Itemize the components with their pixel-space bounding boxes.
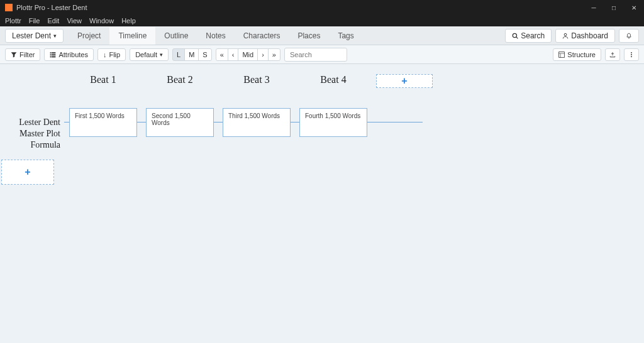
attributes-button[interactable]: Attributes xyxy=(44,48,93,61)
beat-header-1[interactable]: Beat 1 xyxy=(69,74,137,88)
nav-next[interactable]: › xyxy=(257,48,269,61)
zoom-large[interactable]: L xyxy=(172,48,185,61)
export-icon xyxy=(609,52,616,58)
scene-card-4[interactable]: Fourth 1,500 Words xyxy=(299,108,367,137)
attributes-label: Attributes xyxy=(58,51,87,58)
user-icon xyxy=(562,33,569,39)
nav-group: « ‹ Mid › » xyxy=(216,48,280,61)
tab-outline[interactable]: Outline xyxy=(155,27,197,45)
beat-header-4[interactable]: Beat 4 xyxy=(299,74,367,88)
top-nav: Lester Dent Project Timeline Outline Not… xyxy=(0,26,644,45)
flip-label: Flip xyxy=(109,51,120,58)
svg-rect-3 xyxy=(50,52,52,53)
toolbar: Filter Attributes ↓ Flip Default L M S «… xyxy=(0,45,644,64)
cards-row: First 1,500 Words Second 1,500 Words Thi… xyxy=(69,108,367,137)
svg-rect-6 xyxy=(52,54,56,55)
dashboard-label: Dashboard xyxy=(571,31,608,40)
menu-window[interactable]: Window xyxy=(89,17,114,24)
filter-label: Filter xyxy=(19,51,35,58)
nav-tabs: Project Timeline Outline Notes Character… xyxy=(69,27,363,45)
nav-first[interactable]: « xyxy=(216,48,228,61)
project-dropdown-label: Lester Dent xyxy=(12,31,51,40)
svg-point-13 xyxy=(631,54,632,55)
flip-icon: ↓ xyxy=(103,51,107,58)
structure-label: Structure xyxy=(567,51,596,58)
timeline-search-input[interactable] xyxy=(284,48,347,62)
svg-line-1 xyxy=(516,36,518,38)
view-default-label: Default xyxy=(135,51,157,58)
filter-button[interactable]: Filter xyxy=(5,48,40,61)
project-dropdown[interactable]: Lester Dent xyxy=(5,29,64,43)
menu-edit[interactable]: Edit xyxy=(47,17,59,24)
svg-rect-9 xyxy=(559,52,565,57)
plotline-label[interactable]: Lester Dent Master Plot Formula xyxy=(0,117,64,151)
beat-headers: Beat 1 Beat 2 Beat 3 Beat 4 + xyxy=(69,74,433,88)
menu-bar: Plottr File Edit View Window Help xyxy=(0,15,644,26)
zoom-small[interactable]: S xyxy=(198,48,211,61)
filter-icon xyxy=(11,52,17,58)
tab-notes[interactable]: Notes xyxy=(197,27,234,45)
svg-point-14 xyxy=(631,56,632,57)
bell-icon xyxy=(626,33,632,39)
scene-card-1[interactable]: First 1,500 Words xyxy=(69,108,137,137)
app-logo xyxy=(5,4,13,11)
svg-point-0 xyxy=(513,33,517,37)
flip-button[interactable]: ↓ Flip xyxy=(97,48,126,61)
view-default-dropdown[interactable]: Default xyxy=(130,48,169,61)
window-controls: ─ □ ✕ xyxy=(584,0,644,15)
beat-header-3[interactable]: Beat 3 xyxy=(223,74,291,88)
svg-rect-5 xyxy=(50,54,52,55)
more-button[interactable] xyxy=(624,48,639,61)
timeline-canvas[interactable]: Beat 1 Beat 2 Beat 3 Beat 4 + Lester Den… xyxy=(0,64,644,343)
list-icon xyxy=(50,52,56,58)
minimize-button[interactable]: ─ xyxy=(584,0,604,15)
window-title: Plottr Pro - Lester Dent xyxy=(16,4,87,11)
export-button[interactable] xyxy=(605,48,620,61)
dashboard-button[interactable]: Dashboard xyxy=(555,29,615,43)
global-search-button[interactable]: Search xyxy=(505,29,552,43)
global-search-label: Search xyxy=(521,31,545,40)
tab-places[interactable]: Places xyxy=(289,27,329,45)
zoom-size-group: L M S xyxy=(172,48,212,61)
close-button[interactable]: ✕ xyxy=(624,0,644,15)
nav-mid[interactable]: Mid xyxy=(238,48,258,61)
menu-plottr[interactable]: Plottr xyxy=(5,17,21,24)
zoom-medium[interactable]: M xyxy=(184,48,199,61)
title-bar: Plottr Pro - Lester Dent ─ □ ✕ xyxy=(0,0,644,15)
svg-rect-4 xyxy=(52,52,56,53)
toolbar-right: Structure xyxy=(553,48,639,61)
menu-file[interactable]: File xyxy=(29,17,40,24)
nav-prev[interactable]: ‹ xyxy=(228,48,239,61)
nav-right: Search Dashboard xyxy=(505,29,639,43)
scene-card-2[interactable]: Second 1,500 Words xyxy=(146,108,214,137)
add-beat-button[interactable]: + xyxy=(376,74,433,88)
nav-last[interactable]: » xyxy=(268,48,280,61)
svg-point-12 xyxy=(631,52,632,53)
notifications-button[interactable] xyxy=(619,29,639,43)
maximize-button[interactable]: □ xyxy=(604,0,624,15)
structure-icon xyxy=(558,52,565,58)
beat-header-2[interactable]: Beat 2 xyxy=(146,74,214,88)
plus-icon: + xyxy=(25,166,30,178)
tab-timeline[interactable]: Timeline xyxy=(109,27,155,45)
tab-characters[interactable]: Characters xyxy=(235,27,289,45)
svg-rect-8 xyxy=(52,56,56,57)
svg-point-2 xyxy=(564,33,567,36)
structure-button[interactable]: Structure xyxy=(553,48,601,61)
tab-tags[interactable]: Tags xyxy=(329,27,362,45)
search-icon xyxy=(512,33,518,39)
menu-view[interactable]: View xyxy=(67,17,82,24)
scene-card-3[interactable]: Third 1,500 Words xyxy=(223,108,291,137)
add-plotline-button[interactable]: + xyxy=(1,160,54,185)
svg-rect-7 xyxy=(50,56,52,57)
kebab-icon xyxy=(628,52,635,58)
plus-icon: + xyxy=(401,75,407,87)
menu-help[interactable]: Help xyxy=(121,17,136,24)
tab-project[interactable]: Project xyxy=(69,27,109,45)
